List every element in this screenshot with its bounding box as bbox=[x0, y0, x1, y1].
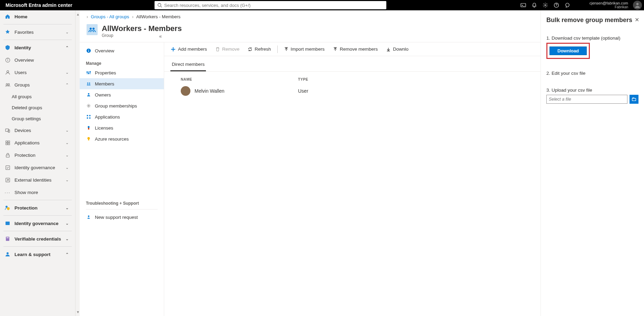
cloud-shell-icon[interactable] bbox=[518, 0, 529, 10]
search-input[interactable] bbox=[164, 3, 384, 8]
svg-point-0 bbox=[158, 3, 161, 7]
account-tenant: Fabrikan bbox=[615, 5, 628, 9]
settings-icon[interactable] bbox=[540, 0, 551, 10]
account-info[interactable]: cjensen@fabrikan.com Fabrikan bbox=[587, 1, 631, 9]
top-bar: Microsoft Entra admin center cjensen@fab… bbox=[0, 0, 644, 10]
notifications-icon[interactable] bbox=[529, 0, 540, 10]
global-search[interactable] bbox=[155, 1, 386, 9]
svg-line-1 bbox=[161, 6, 162, 8]
account-email: cjensen@fabrikan.com bbox=[589, 1, 628, 5]
product-name: Microsoft Entra admin center bbox=[6, 2, 72, 8]
account-avatar[interactable] bbox=[633, 1, 642, 10]
search-icon bbox=[157, 3, 162, 8]
svg-point-3 bbox=[545, 4, 546, 6]
feedback-icon[interactable] bbox=[562, 0, 573, 10]
help-icon[interactable] bbox=[551, 0, 562, 10]
svg-point-5 bbox=[636, 3, 639, 5]
